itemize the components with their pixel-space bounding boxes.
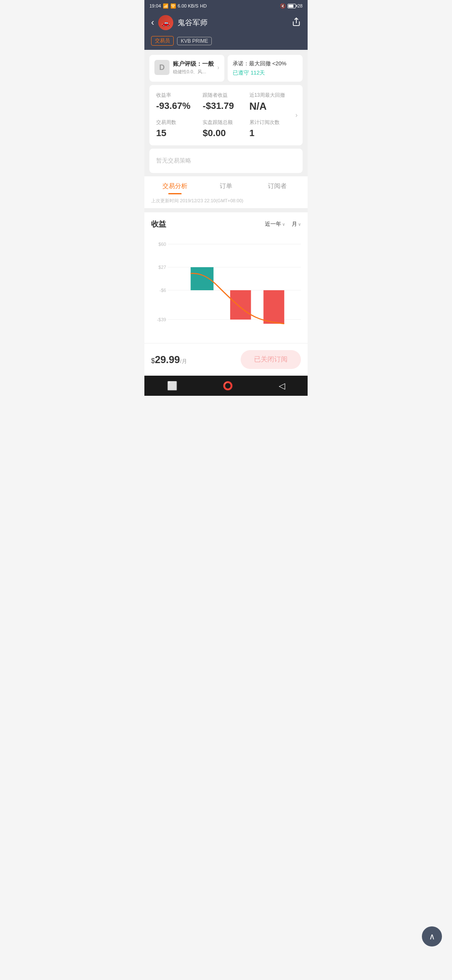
price-value: 29.99	[155, 354, 180, 365]
trade-weeks-value: 15	[156, 128, 203, 139]
account-grade-subtitle: 稳健性0.0、风...	[173, 69, 214, 75]
promise-days-prefix: 已遵守	[233, 70, 249, 76]
svg-text:$60: $60	[159, 242, 166, 247]
max-drawdown-value: N/A	[249, 101, 296, 112]
promise-days-value: 112天	[251, 70, 265, 76]
update-time: 上次更新时间 2019/12/23 22:10(GMT+08:00)	[144, 194, 308, 209]
time-display: 19:04	[149, 3, 161, 8]
chart-bar-negative-2	[264, 290, 285, 324]
nav-bar: ⬜ ⭕ ◁	[144, 376, 308, 396]
no-strategy-section: 暂无交易策略	[149, 149, 303, 173]
status-bar: 19:04 📶 🛜 6.00 KB/S HD 🔇 28	[144, 0, 308, 12]
svg-text:-$39: -$39	[157, 317, 166, 322]
bottom-bar: $29.99/月 已关闭订阅	[144, 343, 308, 376]
max-drawdown-label: 近13周最大回撤	[249, 92, 296, 99]
user-name: 鬼谷军师	[177, 18, 208, 28]
live-amount-value: $0.00	[203, 128, 249, 139]
nav-square-button[interactable]: ⬜	[157, 377, 187, 394]
chart-bar-negative-1	[230, 290, 251, 320]
chart-header: 收益 近一年 ∨ 月 ∨	[151, 219, 301, 229]
header: ‹ 🚗 鬼谷军师	[144, 12, 308, 34]
chart-bar-positive	[190, 267, 213, 290]
promise-card: 承诺：最大回撤 <20% 已遵守 112天	[228, 55, 303, 82]
trade-weeks-stat: 交易周数 15	[156, 119, 203, 139]
chart-section: 收益 近一年 ∨ 月 ∨ $60	[144, 212, 308, 343]
status-right: 🔇 28	[280, 3, 303, 9]
tab-subscribers[interactable]: 订阅者	[252, 176, 303, 194]
interval-filter-button[interactable]: 月 ∨	[292, 220, 301, 228]
return-rate-value: -93.67%	[156, 101, 203, 111]
interval-label: 月	[292, 220, 297, 228]
promise-days: 已遵守 112天	[233, 69, 298, 77]
account-card-inner: D 账户评级：一般 稳健性0.0、风... ›	[154, 60, 219, 75]
chart-area: $60 $27 -$6 -$39	[151, 236, 301, 336]
total-orders-value: 1	[249, 128, 296, 139]
follower-return-stat: 跟随者收益 -$31.79	[203, 92, 249, 112]
total-orders-stat: 累计订阅次数 1	[249, 119, 296, 139]
account-card-arrow: ›	[217, 64, 219, 71]
tabs-row: 交易分析 订单 订阅者	[144, 176, 308, 194]
trade-weeks-label: 交易周数	[156, 119, 203, 126]
period-filter-button[interactable]: 近一年 ∨	[265, 220, 285, 228]
currency-symbol: $	[151, 357, 155, 364]
account-card[interactable]: D 账户评级：一般 稳健性0.0、风... ›	[149, 55, 224, 82]
promise-title: 承诺：最大回撤 <20%	[233, 60, 298, 67]
nav-circle-button[interactable]: ⭕	[213, 377, 243, 394]
account-card-text: 账户评级：一般 稳健性0.0、风...	[173, 60, 214, 75]
battery-level: 28	[298, 3, 303, 8]
svg-text:-$6: -$6	[159, 288, 166, 293]
account-grade-title: 账户评级：一般	[173, 60, 214, 68]
card-row: D 账户评级：一般 稳健性0.0、风... › 承诺：最大回撤 <20% 已遵守…	[144, 50, 308, 85]
total-orders-label: 累计订阅次数	[249, 119, 296, 126]
mute-icon: 🔇	[280, 3, 286, 9]
battery-icon	[288, 4, 296, 8]
tab-trading-analysis[interactable]: 交易分析	[149, 176, 200, 194]
back-button[interactable]: ‹	[151, 17, 154, 28]
tab-orders[interactable]: 订单	[200, 176, 252, 194]
share-button[interactable]	[292, 17, 301, 28]
main-content: D 账户评级：一般 稳健性0.0、风... › 承诺：最大回撤 <20% 已遵守…	[144, 50, 308, 343]
quality-badge: HD	[200, 3, 207, 8]
signal-icon: 📶	[163, 3, 169, 9]
update-time-text: 上次更新时间 2019/12/23 22:10(GMT+08:00)	[151, 198, 243, 203]
follower-return-label: 跟随者收益	[203, 92, 249, 99]
svg-text:$27: $27	[159, 265, 166, 270]
return-rate-label: 收益率	[156, 92, 203, 99]
broker-tag: KVB PRIME	[177, 37, 212, 45]
trader-tag: 交易员	[151, 36, 174, 46]
chart-filters: 近一年 ∨ 月 ∨	[265, 220, 301, 228]
no-strategy-text: 暂无交易策略	[156, 157, 191, 164]
stats-section: 收益率 -93.67% 跟随者收益 -$31.79 近13周最大回撤 N/A 交…	[149, 85, 303, 145]
chart-svg: $60 $27 -$6 -$39	[151, 236, 301, 336]
live-amount-stat: 实盘跟随总额 $0.00	[203, 119, 249, 139]
return-rate-stat: 收益率 -93.67%	[156, 92, 203, 112]
wifi-icon: 🛜	[170, 3, 176, 9]
max-drawdown-stat: 近13周最大回撤 N/A	[249, 92, 296, 112]
nav-back-button[interactable]: ◁	[269, 377, 295, 394]
header-left: ‹ 🚗 鬼谷军师	[151, 15, 208, 30]
price-unit: /月	[180, 358, 187, 364]
stats-grid: 收益率 -93.67% 跟随者收益 -$31.79 近13周最大回撤 N/A 交…	[156, 92, 296, 139]
period-caret: ∨	[282, 222, 285, 227]
price-display: $29.99/月	[151, 354, 187, 366]
tags-row: 交易员 KVB PRIME	[144, 34, 308, 50]
stats-arrow[interactable]: ›	[295, 111, 298, 119]
tabs-section: 交易分析 订单 订阅者 上次更新时间 2019/12/23 22:10(GMT+…	[144, 176, 308, 209]
follower-return-value: -$31.79	[203, 101, 249, 111]
live-amount-label: 实盘跟随总额	[203, 119, 249, 126]
interval-caret: ∨	[298, 222, 301, 227]
period-label: 近一年	[265, 220, 281, 228]
avatar: 🚗	[158, 15, 173, 30]
account-grade-icon: D	[154, 60, 170, 75]
closed-subscription-button[interactable]: 已关闭订阅	[241, 350, 301, 369]
status-left: 19:04 📶 🛜 6.00 KB/S HD	[149, 3, 207, 9]
speed-display: 6.00 KB/S	[178, 3, 199, 8]
chart-title: 收益	[151, 219, 166, 229]
